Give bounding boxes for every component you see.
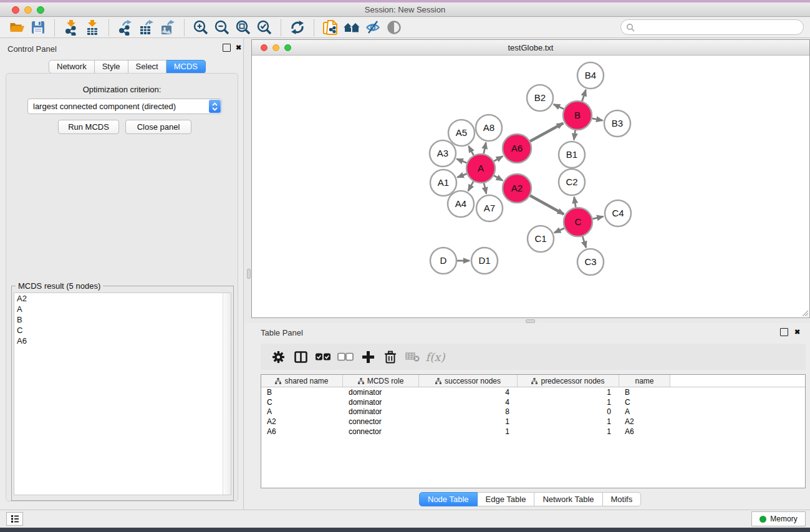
table-options-button[interactable] <box>267 347 289 366</box>
tab-style[interactable]: Style <box>95 60 128 74</box>
zoom-in-button[interactable] <box>190 19 211 36</box>
column-header-successor-nodes[interactable]: successor nodes <box>419 375 518 387</box>
zoom-fit-button[interactable] <box>233 19 254 36</box>
graph-edge-A-A7[interactable] <box>484 183 486 193</box>
tab-node-table[interactable]: Node Table <box>419 492 478 506</box>
export-network-button[interactable] <box>115 19 136 36</box>
result-item[interactable]: A6 <box>14 336 231 346</box>
export-image-button[interactable] <box>157 19 178 36</box>
graph-edge-C-C4[interactable] <box>592 216 603 219</box>
graph-edge-A-A5[interactable] <box>468 146 473 155</box>
column-header-shared-name[interactable]: shared name <box>261 375 343 387</box>
search-box[interactable] <box>620 19 804 35</box>
graph-node-B1[interactable]: B1 <box>559 142 585 168</box>
graph-edge-B-B4[interactable] <box>582 90 586 101</box>
graph-node-A1[interactable]: A1 <box>430 170 456 196</box>
network-window-titlebar[interactable]: testGlobe.txt <box>252 40 809 56</box>
tab-edge-table[interactable]: Edge Table <box>478 492 535 506</box>
tab-motifs[interactable]: Motifs <box>603 492 642 506</box>
graph-edge-A-A6[interactable] <box>494 157 503 162</box>
search-input[interactable] <box>635 21 803 34</box>
graph-edge-A-A2[interactable] <box>494 176 503 181</box>
graph-edge-C-C3[interactable] <box>582 236 586 248</box>
close-panel-button[interactable]: Close panel <box>125 120 191 134</box>
graph-edge-A6-B[interactable] <box>530 123 563 141</box>
graph-node-C4[interactable]: C4 <box>605 200 631 226</box>
import-table-button[interactable] <box>82 19 103 36</box>
zoom-out-button[interactable] <box>211 19 233 36</box>
table-row[interactable]: Adominator80A <box>261 407 805 417</box>
tab-network-table[interactable]: Network Table <box>534 492 602 506</box>
select-all-checkboxes-button[interactable] <box>312 347 334 366</box>
function-builder-button[interactable]: f(x) <box>424 347 446 366</box>
refresh-network-button[interactable] <box>287 19 308 36</box>
home-view-button[interactable] <box>341 19 362 36</box>
graph-node-B4[interactable]: B4 <box>577 62 604 89</box>
tab-mcds[interactable]: MCDS <box>166 60 206 74</box>
graph-node-A6[interactable]: A6 <box>503 134 531 163</box>
graph-edge-B-B2[interactable] <box>554 104 564 109</box>
graph-node-A2[interactable]: A2 <box>503 174 531 203</box>
run-mcds-button[interactable]: Run MCDS <box>58 120 119 134</box>
column-header-predecessor-nodes[interactable]: predecessor nodes <box>518 375 619 387</box>
float-table-panel-icon[interactable] <box>780 328 788 336</box>
result-item[interactable]: A2 <box>14 293 231 304</box>
graph-node-A3[interactable]: A3 <box>430 140 456 167</box>
graph-node-A4[interactable]: A4 <box>448 191 474 217</box>
result-item[interactable]: B <box>14 314 231 325</box>
result-item[interactable]: C <box>14 325 231 336</box>
network-canvas[interactable]: B4B2BB3A5A8A6B1A3AA1C2A2A4A7C4CC1C3DD1 <box>252 56 809 317</box>
task-history-button[interactable] <box>6 512 23 526</box>
graph-edge-C-C1[interactable] <box>554 228 564 233</box>
zoom-selected-button[interactable] <box>254 19 275 36</box>
graph-node-D1[interactable]: D1 <box>471 248 498 274</box>
graph-edge-A-A3[interactable] <box>456 159 466 163</box>
close-table-panel-icon[interactable]: ✖ <box>793 328 801 336</box>
panel-splitter-handle[interactable] <box>247 269 251 279</box>
open-session-button[interactable] <box>6 19 27 36</box>
graph-node-A7[interactable]: A7 <box>476 195 503 221</box>
table-row[interactable]: Bdominator41B <box>261 387 805 397</box>
graph-edge-A-A8[interactable] <box>484 143 486 154</box>
delete-table-button[interactable] <box>402 347 424 366</box>
table-row[interactable]: Cdominator41C <box>261 397 805 407</box>
graph-node-C2[interactable]: C2 <box>559 169 585 195</box>
graph-node-D[interactable]: D <box>430 248 456 274</box>
graph-edge-B-B3[interactable] <box>592 118 603 120</box>
birds-eye-view-button[interactable] <box>383 19 405 36</box>
graph-node-A8[interactable]: A8 <box>476 115 502 141</box>
column-header-name[interactable]: name <box>619 375 670 387</box>
graph-node-B2[interactable]: B2 <box>527 85 553 111</box>
graph-node-A5[interactable]: A5 <box>448 120 475 146</box>
result-scrollbar[interactable] <box>223 293 231 495</box>
graph-node-A[interactable]: A <box>466 154 495 183</box>
delete-column-button[interactable] <box>379 347 402 366</box>
graph-node-B3[interactable]: B3 <box>604 110 630 137</box>
column-header-MCDS-role[interactable]: MCDS role <box>343 375 419 387</box>
float-panel-icon[interactable] <box>223 44 231 52</box>
result-item[interactable]: A <box>14 304 231 314</box>
show-column-button[interactable] <box>289 347 312 366</box>
graph-edge-B-B1[interactable] <box>574 130 575 140</box>
graph-node-C[interactable]: C <box>564 208 592 236</box>
memory-button[interactable]: Memory <box>751 511 806 526</box>
table-row[interactable]: A6connector11A6 <box>261 427 805 437</box>
resize-grip-icon[interactable] <box>800 308 809 317</box>
network-snapshot-button[interactable] <box>320 19 341 36</box>
graph-node-C3[interactable]: C3 <box>577 249 604 275</box>
add-column-button[interactable] <box>357 347 379 366</box>
graph-edge-A-A4[interactable] <box>468 181 474 191</box>
mcds-result-list[interactable]: A2ABCA6 <box>14 293 231 495</box>
tab-select[interactable]: Select <box>128 60 166 74</box>
graph-edge-A2-C[interactable] <box>530 196 564 215</box>
close-panel-icon[interactable]: ✖ <box>234 44 243 52</box>
deselect-all-checkboxes-button[interactable] <box>334 347 357 366</box>
graph-edge-A-A1[interactable] <box>457 174 466 178</box>
graph-node-C1[interactable]: C1 <box>528 226 554 252</box>
import-network-button[interactable] <box>60 19 82 36</box>
export-table-button[interactable] <box>136 19 157 36</box>
save-session-button[interactable] <box>27 19 49 36</box>
graph-edge-C-C2[interactable] <box>574 197 576 208</box>
tab-network[interactable]: Network <box>49 60 95 74</box>
graph-node-B[interactable]: B <box>563 101 592 130</box>
